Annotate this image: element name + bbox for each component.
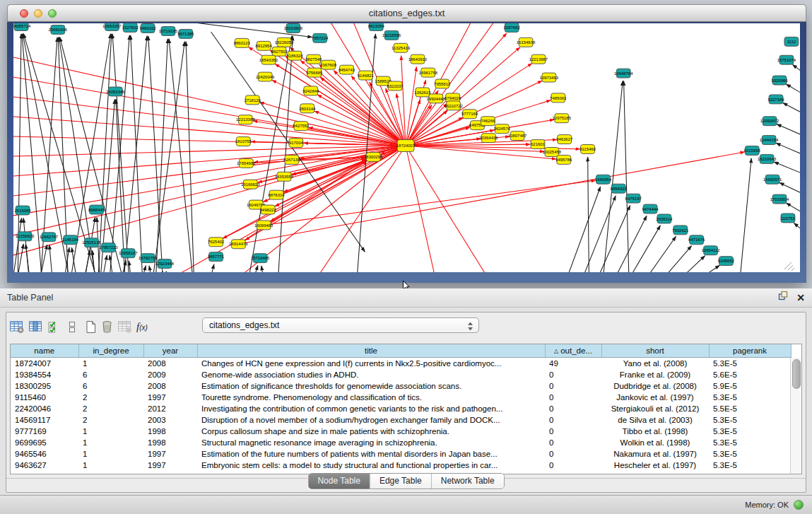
graph-node-label: 9671385 bbox=[177, 32, 194, 36]
graph-edge[interactable] bbox=[261, 266, 264, 272]
graph-edge[interactable] bbox=[674, 256, 705, 272]
cell-in_degree: 1 bbox=[78, 437, 143, 448]
graph-node-label: 9227349 bbox=[767, 98, 784, 102]
delete-icon[interactable] bbox=[101, 317, 113, 337]
graph-node-label: 12213987 bbox=[529, 57, 548, 62]
tab-edge-table[interactable]: Edge Table bbox=[370, 474, 431, 489]
graph-edge[interactable] bbox=[23, 218, 30, 272]
node-table: namein_degreeyeartitle△out_de...shortpag… bbox=[10, 344, 802, 474]
graph-edge[interactable] bbox=[783, 103, 800, 116]
table-scrollbar[interactable] bbox=[790, 358, 801, 474]
graph-node-label: 16914479 bbox=[229, 242, 248, 246]
table-row[interactable]: 911546021997Tourette syndrome. Phenomeno… bbox=[11, 392, 791, 403]
graph-edge[interactable] bbox=[238, 152, 744, 244]
graph-edge[interactable] bbox=[148, 36, 163, 272]
row-stack-icon[interactable] bbox=[68, 317, 76, 337]
graph-edge[interactable] bbox=[611, 216, 647, 272]
window-minimize-button[interactable] bbox=[34, 9, 42, 18]
graph-edge[interactable] bbox=[141, 266, 146, 272]
graph-edge[interactable] bbox=[49, 245, 53, 272]
table-row[interactable]: 1938455462009Genome-wide association stu… bbox=[11, 369, 791, 380]
graph-edge[interactable] bbox=[658, 246, 692, 272]
tab-network-table[interactable]: Network Table bbox=[431, 474, 504, 489]
column-header-title[interactable]: title bbox=[197, 344, 545, 358]
graph-edge[interactable] bbox=[149, 266, 153, 272]
network-canvas[interactable]: 1872400718300295886012389129541822605898… bbox=[13, 23, 800, 272]
graph-edge[interactable] bbox=[774, 162, 800, 176]
graph-edge[interactable] bbox=[406, 146, 493, 272]
graph-edge[interactable] bbox=[247, 36, 292, 272]
cell-title: Corpus callosum shape and size in male p… bbox=[197, 426, 545, 437]
cell-title: Structural magnetic resonance image aver… bbox=[197, 437, 545, 448]
graph-edge[interactable] bbox=[166, 271, 169, 272]
graph-node-label: 16210722 bbox=[444, 104, 463, 108]
graph-edge[interactable] bbox=[642, 236, 676, 272]
graph-edge[interactable] bbox=[13, 146, 406, 199]
network-graph-svg[interactable]: 1872400718300295886012389129541822605898… bbox=[13, 23, 800, 272]
float-panel-icon[interactable] bbox=[778, 288, 788, 307]
tab-node-table[interactable]: Node Table bbox=[308, 474, 370, 489]
graph-node-label: 2516065 bbox=[14, 209, 31, 213]
graph-edge[interactable] bbox=[625, 226, 660, 272]
graph-edge[interactable] bbox=[588, 157, 589, 272]
graph-edge[interactable] bbox=[13, 146, 406, 157]
graph-edge[interactable] bbox=[13, 218, 22, 272]
graph-node-label: 18724007 bbox=[396, 144, 416, 148]
graph-edge[interactable] bbox=[739, 158, 751, 272]
graph-edge[interactable] bbox=[155, 39, 167, 272]
close-panel-icon[interactable]: ✕ bbox=[796, 293, 805, 303]
table-row[interactable]: 2242004622012Investigating the contribut… bbox=[11, 403, 791, 414]
delete-table-disabled-icon bbox=[117, 317, 132, 337]
column-header-short[interactable]: short bbox=[601, 344, 709, 358]
function-icon[interactable]: f(x) bbox=[136, 317, 148, 337]
column-header-out_de[interactable]: △out_de... bbox=[545, 344, 601, 358]
window-close-button[interactable] bbox=[20, 9, 28, 18]
graph-node-label: 24055724 bbox=[13, 24, 31, 28]
graph-edge[interactable] bbox=[777, 124, 800, 138]
table-row[interactable]: 1872400712008Changes of HCN gene express… bbox=[11, 358, 791, 370]
memory-status-indicator[interactable] bbox=[794, 500, 804, 510]
column-header-name[interactable]: name bbox=[11, 344, 78, 358]
graph-edge[interactable] bbox=[565, 187, 601, 272]
column-header-pagerank[interactable]: pagerank bbox=[709, 344, 791, 358]
graph-edge[interactable] bbox=[131, 35, 143, 272]
graph-edge[interactable] bbox=[216, 160, 367, 242]
column-header-in_degree[interactable]: in_degree bbox=[78, 344, 143, 358]
graph-node-label: 12093872 bbox=[760, 119, 779, 123]
graph-edge[interactable] bbox=[406, 23, 500, 146]
column-header-year[interactable]: year bbox=[143, 344, 197, 358]
memory-status-label: Memory: OK bbox=[745, 501, 789, 509]
new-document-icon[interactable] bbox=[85, 317, 97, 337]
cell-in_degree: 1 bbox=[78, 460, 143, 471]
graph-edge[interactable] bbox=[786, 84, 800, 97]
table-row[interactable]: 946554611997Estimation of the future num… bbox=[11, 448, 791, 460]
show-columns-icon[interactable] bbox=[28, 317, 43, 337]
table-row[interactable]: 969969511998Structural magnetic resonanc… bbox=[11, 437, 791, 448]
graph-node-label: 116753 bbox=[781, 216, 795, 221]
graph-edge[interactable] bbox=[186, 42, 194, 272]
graph-edge[interactable] bbox=[776, 143, 800, 157]
table-row[interactable]: 946362711997Embryonic stem cells: a mode… bbox=[11, 460, 791, 471]
graph-edge[interactable] bbox=[794, 223, 800, 235]
graph-edge[interactable] bbox=[209, 264, 214, 272]
graph-edge[interactable] bbox=[406, 146, 544, 151]
select-rows-icon[interactable] bbox=[47, 317, 59, 337]
graph-edge[interactable] bbox=[129, 261, 131, 272]
graph-edge[interactable] bbox=[594, 206, 630, 272]
graph-edge[interactable] bbox=[624, 81, 630, 272]
table-selector-dropdown[interactable]: citations_edges.txt bbox=[202, 317, 479, 333]
graph-edge[interactable] bbox=[13, 146, 406, 220]
table-row[interactable]: 977716911998Corpus callosum shape and si… bbox=[11, 426, 791, 437]
graph-edge[interactable] bbox=[793, 64, 800, 76]
table-scrollbar-thumb[interactable] bbox=[792, 359, 801, 389]
column-header-label: pagerank bbox=[733, 346, 767, 355]
table-settings-icon[interactable] bbox=[9, 317, 24, 337]
graph-edge[interactable] bbox=[406, 67, 416, 146]
table-row[interactable]: 1456911722003Disruption of a novel membe… bbox=[11, 414, 791, 426]
cell-short: de Silva et al. (2003) bbox=[601, 414, 709, 426]
table-row[interactable]: 1830029562008Estimation of significance … bbox=[11, 380, 791, 392]
graph-edge[interactable] bbox=[691, 265, 720, 272]
network-window-titlebar[interactable]: citations_edges.txt bbox=[7, 4, 806, 22]
graph-edge[interactable] bbox=[152, 42, 184, 272]
window-zoom-button[interactable] bbox=[48, 9, 57, 18]
